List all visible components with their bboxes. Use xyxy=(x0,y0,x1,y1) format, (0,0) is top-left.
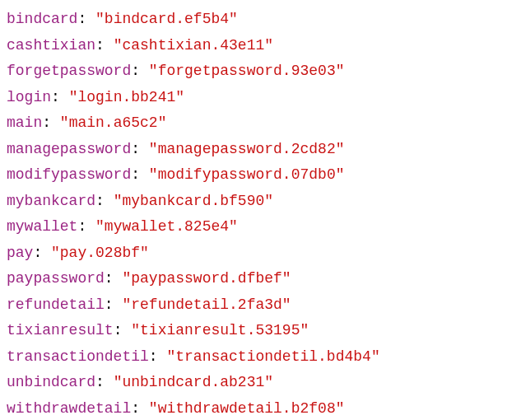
property-key: unbindcard xyxy=(7,374,95,390)
property-key: cashtixian xyxy=(7,37,95,54)
property-value: "forgetpassword.93e03" xyxy=(149,63,345,79)
property-key: forgetpassword xyxy=(7,63,131,79)
colon-separator: : xyxy=(131,166,149,183)
property-value: "transactiondetil.bd4b4" xyxy=(166,348,379,365)
property-key: managepassword xyxy=(7,141,131,157)
object-entry: forgetpassword: "forgetpassword.93e03" xyxy=(7,58,500,85)
property-key: main xyxy=(7,114,42,131)
object-entry: refundetail: "refundetail.2fa3d" xyxy=(7,292,500,319)
colon-separator: : xyxy=(77,11,95,27)
object-entry: paypassword: "paypassword.dfbef" xyxy=(7,266,500,292)
property-key: paypassword xyxy=(7,270,105,287)
property-value: "withdrawdetail.b2f08" xyxy=(149,400,345,417)
object-literal-view: bindcard: "bindcard.ef5b4"cashtixian: "c… xyxy=(7,7,500,420)
colon-separator: : xyxy=(95,37,114,54)
property-key: modifypassword xyxy=(7,166,131,183)
property-key: transactiondetil xyxy=(7,348,149,365)
colon-separator: : xyxy=(105,296,123,313)
property-key: login xyxy=(7,89,51,105)
object-entry: mywallet: "mywallet.825e4" xyxy=(7,214,500,240)
property-value: "modifypassword.07db0" xyxy=(149,166,345,183)
property-value: "unbindcard.ab231" xyxy=(114,374,273,390)
property-value: "managepassword.2cd82" xyxy=(149,141,345,157)
object-entry: tixianresult: "tixianresult.53195" xyxy=(7,318,500,344)
colon-separator: : xyxy=(95,374,114,390)
colon-separator: : xyxy=(114,322,132,338)
property-value: "cashtixian.43e11" xyxy=(114,37,273,54)
property-key: mybankcard xyxy=(7,193,95,209)
property-key: pay xyxy=(7,245,33,261)
property-value: "tixianresult.53195" xyxy=(131,322,309,338)
object-entry: withdrawdetail: "withdrawdetail.b2f08" xyxy=(7,396,500,421)
property-value: "mybankcard.bf590" xyxy=(114,193,273,209)
colon-separator: : xyxy=(131,400,149,417)
property-key: refundetail xyxy=(7,296,105,313)
property-value: "main.a65c2" xyxy=(60,114,167,131)
property-value: "bindcard.ef5b4" xyxy=(95,11,238,27)
colon-separator: : xyxy=(51,89,69,105)
property-value: "paypassword.dfbef" xyxy=(122,270,291,287)
object-entry: bindcard: "bindcard.ef5b4" xyxy=(7,7,500,33)
property-key: mywallet xyxy=(7,218,77,235)
colon-separator: : xyxy=(149,348,167,365)
colon-separator: : xyxy=(77,218,95,235)
colon-separator: : xyxy=(42,114,60,131)
object-entry: modifypassword: "modifypassword.07db0" xyxy=(7,162,500,189)
property-key: withdrawdetail xyxy=(7,400,131,417)
colon-separator: : xyxy=(105,270,123,287)
property-value: "pay.028bf" xyxy=(51,245,149,261)
property-value: "login.bb241" xyxy=(69,89,184,105)
object-entry: mybankcard: "mybankcard.bf590" xyxy=(7,189,500,215)
property-value: "refundetail.2fa3d" xyxy=(122,296,291,313)
object-entry: main: "main.a65c2" xyxy=(7,110,500,137)
property-value: "mywallet.825e4" xyxy=(95,218,238,235)
colon-separator: : xyxy=(33,245,51,261)
object-entry: login: "login.bb241" xyxy=(7,85,500,111)
colon-separator: : xyxy=(131,141,149,157)
property-key: tixianresult xyxy=(7,322,114,338)
object-entry: transactiondetil: "transactiondetil.bd4b… xyxy=(7,344,500,371)
object-entry: unbindcard: "unbindcard.ab231" xyxy=(7,370,500,396)
colon-separator: : xyxy=(131,63,149,79)
colon-separator: : xyxy=(95,193,114,209)
object-entry: managepassword: "managepassword.2cd82" xyxy=(7,137,500,163)
property-key: bindcard xyxy=(7,11,77,27)
object-entry: cashtixian: "cashtixian.43e11" xyxy=(7,33,500,59)
object-entry: pay: "pay.028bf" xyxy=(7,240,500,267)
